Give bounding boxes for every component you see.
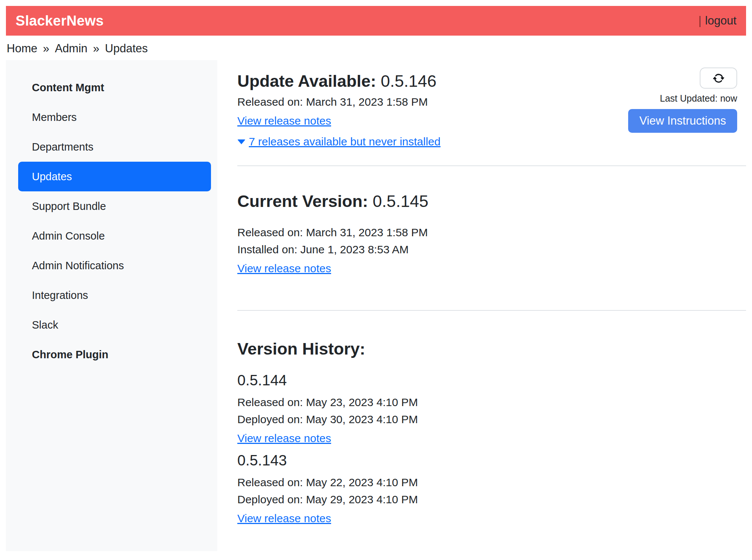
- history-deployed-on: Deployed on: May 30, 2023 4:10 PM: [237, 411, 746, 428]
- breadcrumb-updates: Updates: [105, 42, 148, 55]
- refresh-icon: [713, 73, 724, 84]
- version-history-label: Version History:: [237, 339, 365, 358]
- breadcrumb-separator: »: [93, 42, 99, 55]
- version-history-entry: 0.5.143 Released on: May 22, 2023 4:10 P…: [237, 451, 746, 526]
- history-version-number: 0.5.143: [237, 451, 746, 470]
- history-release-notes-link[interactable]: View release notes: [237, 511, 331, 526]
- sidebar-item-integrations[interactable]: Integrations: [18, 280, 211, 310]
- app-logo: SlackerNews: [16, 13, 104, 29]
- view-instructions-button[interactable]: View Instructions: [628, 109, 737, 133]
- releases-toggle-row: 7 releases available but never installed: [237, 134, 746, 149]
- current-release-notes-link[interactable]: View release notes: [237, 261, 331, 276]
- last-updated-status: Last Updated: now: [660, 93, 737, 104]
- breadcrumb: Home » Admin » Updates: [6, 36, 746, 60]
- current-version-heading: Current Version: 0.5.145: [237, 191, 746, 211]
- sidebar-item-support-bundle[interactable]: Support Bundle: [18, 191, 211, 221]
- sidebar-item-chrome-plugin[interactable]: Chrome Plugin: [18, 340, 211, 369]
- update-available-label: Update Available:: [237, 72, 376, 90]
- top-nav-bar: SlackerNews | logout: [6, 6, 746, 36]
- sidebar-item-admin-notifications[interactable]: Admin Notifications: [18, 251, 211, 280]
- version-history-heading: Version History:: [237, 339, 746, 359]
- caret-down-icon[interactable]: [237, 139, 245, 144]
- update-actions: Last Updated: now View Instructions: [628, 67, 737, 133]
- logout-link[interactable]: logout: [705, 14, 736, 27]
- logout-area: | logout: [698, 14, 736, 27]
- content-layout: Content Mgmt Members Departments Updates…: [6, 60, 746, 551]
- admin-sidebar: Content Mgmt Members Departments Updates…: [6, 60, 217, 551]
- history-released-on: Released on: May 23, 2023 4:10 PM: [237, 394, 746, 411]
- current-released-on: Released on: March 31, 2023 1:58 PM: [237, 224, 746, 241]
- history-version-number: 0.5.144: [237, 371, 746, 389]
- breadcrumb-admin[interactable]: Admin: [55, 42, 88, 55]
- sidebar-item-content-mgmt[interactable]: Content Mgmt: [18, 73, 211, 102]
- history-released-on: Released on: May 22, 2023 4:10 PM: [237, 474, 746, 491]
- current-installed-on: Installed on: June 1, 2023 8:53 AM: [237, 241, 746, 258]
- breadcrumb-separator: »: [43, 42, 49, 55]
- current-version-label: Current Version:: [237, 192, 368, 211]
- breadcrumb-home[interactable]: Home: [7, 42, 37, 55]
- sidebar-item-updates[interactable]: Updates: [18, 162, 211, 191]
- version-history-entry: 0.5.144 Released on: May 23, 2023 4:10 P…: [237, 371, 746, 446]
- sidebar-item-departments[interactable]: Departments: [18, 132, 211, 162]
- updates-main-panel: Last Updated: now View Instructions Upda…: [217, 60, 746, 526]
- update-release-notes-link[interactable]: View release notes: [237, 113, 331, 128]
- sidebar-item-slack[interactable]: Slack: [18, 310, 211, 340]
- divider: [237, 165, 746, 166]
- releases-available-toggle[interactable]: 7 releases available but never installed: [249, 134, 441, 149]
- refresh-button[interactable]: [700, 67, 737, 89]
- page: SlackerNews | logout Home » Admin » Upda…: [0, 0, 752, 560]
- sidebar-item-admin-console[interactable]: Admin Console: [18, 221, 211, 251]
- sidebar-item-members[interactable]: Members: [18, 102, 211, 132]
- logout-separator: |: [698, 14, 701, 27]
- divider: [237, 310, 746, 311]
- history-deployed-on: Deployed on: May 29, 2023 4:10 PM: [237, 491, 746, 508]
- update-available-version: 0.5.146: [381, 72, 436, 90]
- history-release-notes-link[interactable]: View release notes: [237, 431, 331, 446]
- current-version-number: 0.5.145: [373, 192, 428, 211]
